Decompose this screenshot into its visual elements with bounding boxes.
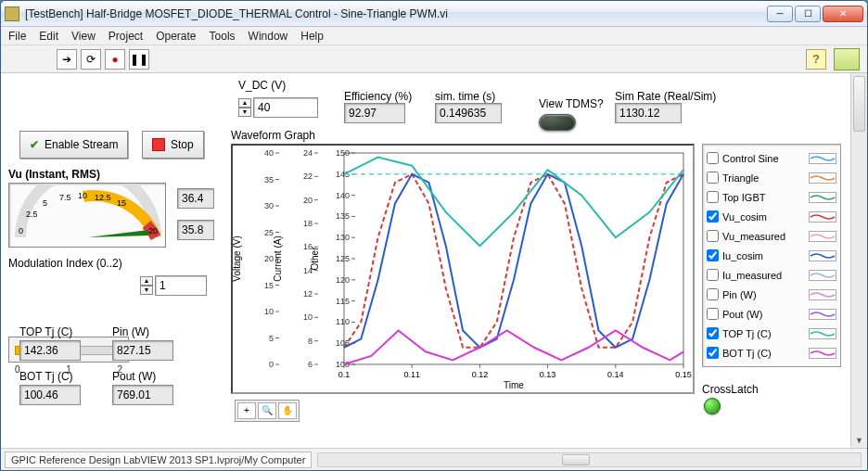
legend-checkbox[interactable] [707,210,719,223]
menu-operate[interactable]: Operate [156,30,196,43]
abort-button[interactable]: ● [105,49,125,70]
legend-row[interactable]: Control Sine [707,148,836,168]
svg-text:7.5: 7.5 [59,193,71,202]
legend-checkbox[interactable] [707,347,719,359]
front-panel: V_DC (V) ▲▼ Efficiency (%) 92.97 sim. ti… [1,73,867,448]
legend-checkbox[interactable] [707,269,719,281]
plot-legend: Control Sine Triangle Top IGBT Vu_cosim … [702,144,841,367]
legend-swatch [809,289,836,300]
legend-checkbox[interactable] [707,327,719,339]
svg-text:120: 120 [336,275,350,285]
run-button[interactable]: ➔ [57,49,77,70]
crosslatch-led [704,398,721,414]
svg-text:12.5: 12.5 [95,193,111,202]
simtime-value: 0.149635 [435,103,502,123]
maximize-button[interactable]: ☐ [795,6,821,22]
legend-row[interactable]: Top IGBT [707,187,836,207]
legend-checkbox[interactable] [707,152,719,164]
svg-text:30: 30 [264,201,274,210]
context-help-button[interactable]: ? [806,49,826,70]
run-continuous-button[interactable]: ⟳ [81,49,101,70]
gauge: 0 2.5 5 7.5 10 12.5 15 20 [8,183,166,248]
legend-row[interactable]: Iu_cosim [707,246,836,265]
graph-cursor-tool[interactable]: + [237,402,256,419]
svg-text:0.12: 0.12 [472,370,489,379]
svg-text:110: 110 [336,317,350,326]
top-tj-value: 142.36 [19,340,81,361]
horizontal-scrollbar[interactable] [317,452,862,467]
legend-label: Vu_cosim [722,211,805,223]
menu-tools[interactable]: Tools [210,30,236,43]
viewtdms-label: View TDMS? [539,97,604,110]
project-path: GPIC Reference Design LabVIEW 2013 SP1.l… [5,452,312,468]
legend-checkbox[interactable] [707,230,719,242]
legend-row[interactable]: Triangle [707,168,836,187]
graph-pan-tool[interactable]: ✋ [278,402,297,419]
vertical-scrollbar[interactable]: ▼ [850,73,867,448]
eff-label: Efficiency (%) [344,90,412,103]
legend-label: Pin (W) [722,289,805,300]
pause-button[interactable]: ❚❚ [129,49,149,70]
vi-icon[interactable] [834,48,860,70]
statusbar: GPIC Reference Design LabVIEW 2013 SP1.l… [1,448,867,470]
mod-input[interactable] [155,275,207,296]
legend-row[interactable]: Vu_cosim [707,207,836,226]
svg-text:24: 24 [303,148,313,158]
legend-row[interactable]: BOT Tj (C) [707,343,836,363]
scroll-thumb[interactable] [853,76,865,132]
legend-checkbox[interactable] [707,308,719,320]
check-icon: ✔ [30,138,39,151]
menu-edit[interactable]: Edit [39,30,58,43]
svg-text:10: 10 [303,312,313,322]
waveform-graph[interactable]: 0510152025303540681012141618202224100105… [231,144,695,394]
legend-checkbox[interactable] [707,249,719,261]
graph-zoom-tool[interactable]: 🔍 [258,402,276,419]
legend-label: TOP Tj (C) [722,328,805,339]
pout-value: 769.01 [112,385,173,405]
legend-checkbox[interactable] [707,172,719,184]
menu-help[interactable]: Help [300,30,324,43]
legend-swatch [809,328,836,339]
legend-checkbox[interactable] [707,288,719,300]
enable-label: Enable Stream [45,138,118,151]
stop-label: Stop [171,138,194,151]
stop-button[interactable]: Stop [142,131,204,159]
menu-file[interactable]: File [8,30,26,43]
bot-tj-label: BOT Tj (C) [19,370,73,383]
titlebar[interactable]: [TestBench] Half-Bridge MOSFET_DIODE_THE… [1,1,867,27]
menu-project[interactable]: Project [108,30,143,43]
enable-stream-button[interactable]: ✔ Enable Stream [19,131,128,159]
scroll-down-arrow[interactable]: ▼ [851,433,867,448]
svg-text:5: 5 [43,198,47,208]
minimize-button[interactable]: ─ [767,6,793,22]
legend-row[interactable]: Pout (W) [707,304,836,324]
close-button[interactable]: ✕ [823,6,863,22]
vdc-spin-down[interactable]: ▼ [238,108,251,117]
legend-label: Triangle [722,172,805,184]
svg-text:20: 20 [148,226,158,236]
svg-marker-0 [88,230,148,237]
svg-text:12: 12 [303,289,313,299]
vdc-label: V_DC (V) [238,79,318,92]
eff-value: 92.97 [344,103,405,123]
menu-view[interactable]: View [71,30,96,43]
graph-palette: + 🔍 ✋ [235,400,300,422]
legend-row[interactable]: Pin (W) [707,285,836,304]
svg-text:Current (A): Current (A) [273,236,283,281]
legend-row[interactable]: TOP Tj (C) [707,324,836,343]
legend-checkbox[interactable] [707,191,719,203]
vdc-input[interactable] [253,97,318,118]
svg-text:15: 15 [117,198,126,208]
menu-window[interactable]: Window [249,30,288,43]
legend-row[interactable]: Vu_measured [707,226,836,246]
simrate-value: 1130.12 [615,103,682,123]
svg-text:2.5: 2.5 [26,210,38,219]
svg-text:25: 25 [264,228,274,237]
svg-text:0.11: 0.11 [403,370,420,379]
mod-spin-down[interactable]: ▼ [140,286,153,295]
mod-spin-up[interactable]: ▲ [140,276,153,286]
viewtdms-led[interactable] [539,114,576,131]
svg-text:10: 10 [78,191,87,200]
vdc-spin-up[interactable]: ▲ [238,98,251,108]
legend-row[interactable]: Iu_measured [707,265,836,285]
